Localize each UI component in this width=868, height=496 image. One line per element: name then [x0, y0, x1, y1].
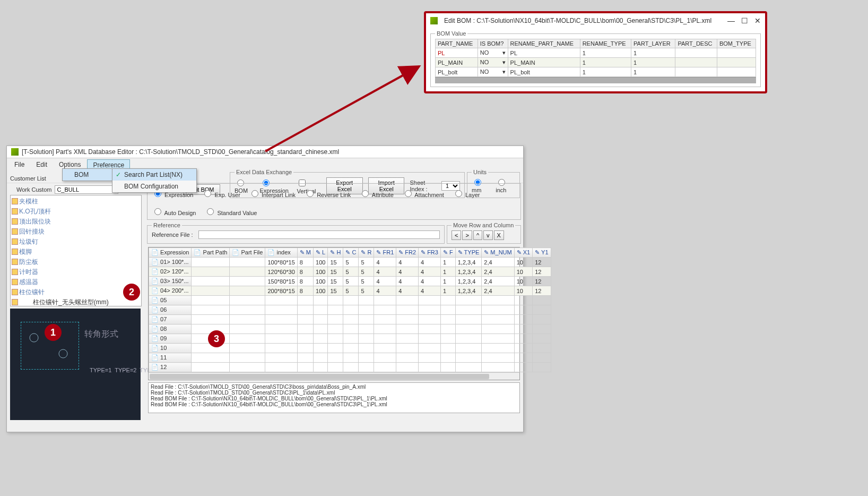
grid-cell[interactable] [192, 296, 230, 305]
grid-cell[interactable]: 📄 10 [149, 344, 192, 353]
grid-cell[interactable] [455, 324, 482, 334]
bom-cell[interactable] [717, 67, 756, 77]
grid-cell[interactable] [419, 353, 441, 363]
grid-cell[interactable]: 4 [396, 286, 419, 296]
grid-cell[interactable] [514, 296, 533, 305]
grid-cell[interactable]: 2,4 [482, 267, 514, 277]
vp-layer[interactable]: Layer [453, 189, 480, 198]
grid-cell[interactable] [265, 296, 297, 305]
bom-cell[interactable]: PL_bolt [436, 67, 478, 77]
bom-cell[interactable] [675, 48, 717, 58]
grid-cell[interactable]: 8 [297, 258, 313, 267]
grid-cell[interactable]: 1 [440, 286, 455, 296]
grid-header[interactable]: ✎ F [440, 248, 455, 258]
grid-cell[interactable]: 2,4 [482, 286, 514, 296]
vp-auto-design[interactable]: Auto Design [152, 207, 196, 216]
grid-cell[interactable] [230, 334, 265, 344]
grid-cell[interactable] [440, 305, 455, 315]
grid-cell[interactable] [343, 324, 359, 334]
grid-cell[interactable] [396, 296, 419, 305]
bom-cell[interactable]: 1 [580, 67, 631, 77]
grid-cell[interactable] [440, 334, 455, 344]
tree-item[interactable]: 回针撞块 [12, 227, 140, 237]
bom-header[interactable]: PART_NAME [436, 39, 478, 48]
grid-cell[interactable]: 10 [514, 267, 533, 277]
grid-header[interactable]: ✎ FR3 [419, 248, 441, 258]
grid-cell[interactable] [419, 305, 441, 315]
grid-cell[interactable]: 12 [533, 286, 551, 296]
grid-cell[interactable] [192, 258, 230, 267]
grid-cell[interactable] [482, 324, 514, 334]
grid-cell[interactable] [396, 353, 419, 363]
vp-interpart[interactable]: Interpart Link [249, 189, 296, 198]
grid-cell[interactable] [314, 353, 328, 363]
grid-cell[interactable] [192, 305, 230, 315]
grid-cell[interactable]: 8 [297, 267, 313, 277]
grid-cell[interactable] [265, 324, 297, 334]
grid-cell[interactable]: 5 [343, 267, 359, 277]
grid-cell[interactable] [533, 353, 551, 363]
grid-cell[interactable] [314, 324, 328, 334]
grid-cell[interactable] [230, 315, 265, 324]
grid-cell[interactable] [533, 315, 551, 324]
grid-cell[interactable] [374, 353, 396, 363]
grid-cell[interactable] [314, 296, 328, 305]
bom-header[interactable]: RENAME_PART_NAME [508, 39, 580, 48]
grid-cell[interactable] [419, 315, 441, 324]
submenu-search-part-list[interactable]: Search Part List(NX) [112, 169, 196, 181]
vp-attribute[interactable]: Attribute [359, 189, 393, 198]
grid-header[interactable]: ✎ H [328, 248, 343, 258]
move-right-button[interactable]: > [462, 230, 472, 240]
grid-cell[interactable] [482, 305, 514, 315]
bom-header[interactable]: PART_DESC [675, 39, 717, 48]
grid-cell[interactable]: 📄 01> 100*... [149, 258, 192, 267]
grid-cell[interactable]: 4 [419, 286, 441, 296]
grid-cell[interactable] [343, 344, 359, 353]
part-tree[interactable]: 夹模柱K.O孔/顶杆顶出限位块回针撞块垃圾钉模脚防尘板计时器感温器柱位镶针柱位镶… [10, 195, 142, 306]
grid-cell[interactable] [265, 344, 297, 353]
bom-cell[interactable]: 1 [631, 48, 675, 58]
grid-cell[interactable]: 10 [514, 277, 533, 286]
bom-header[interactable]: PART_LAYER [631, 39, 675, 48]
horizontal-scrollbar[interactable] [149, 372, 519, 380]
grid-cell[interactable] [396, 334, 419, 344]
grid-cell[interactable] [514, 353, 533, 363]
grid-cell[interactable] [359, 363, 374, 372]
tree-item[interactable]: 夹模柱 [12, 196, 140, 207]
bom-cell[interactable]: 1 [631, 67, 675, 77]
grid-cell[interactable] [265, 315, 297, 324]
grid-header[interactable]: 📄 index [265, 248, 297, 258]
grid-cell[interactable] [533, 305, 551, 315]
grid-cell[interactable] [297, 305, 313, 315]
bom-cell[interactable] [717, 48, 756, 58]
grid-cell[interactable] [297, 334, 313, 344]
grid-cell[interactable]: 100 [314, 277, 328, 286]
grid-cell[interactable] [440, 344, 455, 353]
grid-cell[interactable] [455, 334, 482, 344]
grid-cell[interactable] [374, 305, 396, 315]
tree-item[interactable]: 防尘板 [12, 257, 140, 267]
grid-cell[interactable] [328, 344, 343, 353]
grid-cell[interactable]: 4 [374, 267, 396, 277]
grid-cell[interactable]: 5 [343, 258, 359, 267]
grid-cell[interactable]: 5 [359, 258, 374, 267]
grid-cell[interactable] [455, 315, 482, 324]
grid-cell[interactable]: 1,2,3,4 [455, 286, 482, 296]
grid-cell[interactable] [328, 353, 343, 363]
grid-header[interactable]: ✎ FR2 [396, 248, 419, 258]
grid-cell[interactable] [314, 344, 328, 353]
grid-cell[interactable]: 4 [396, 258, 419, 267]
grid-cell[interactable] [314, 363, 328, 372]
bom-cell[interactable] [675, 67, 717, 77]
grid-header[interactable]: ✎ C [343, 248, 359, 258]
grid-cell[interactable]: 📄 07 [149, 315, 192, 324]
tree-item[interactable]: 垃圾钉 [12, 237, 140, 247]
grid-cell[interactable]: 📄 09 [149, 334, 192, 344]
grid-cell[interactable]: 4 [396, 277, 419, 286]
grid-cell[interactable]: 📄 02> 120*... [149, 267, 192, 277]
grid-cell[interactable] [533, 296, 551, 305]
grid-cell[interactable] [192, 277, 230, 286]
grid-cell[interactable]: 4 [374, 258, 396, 267]
grid-cell[interactable] [314, 305, 328, 315]
grid-cell[interactable] [396, 324, 419, 334]
